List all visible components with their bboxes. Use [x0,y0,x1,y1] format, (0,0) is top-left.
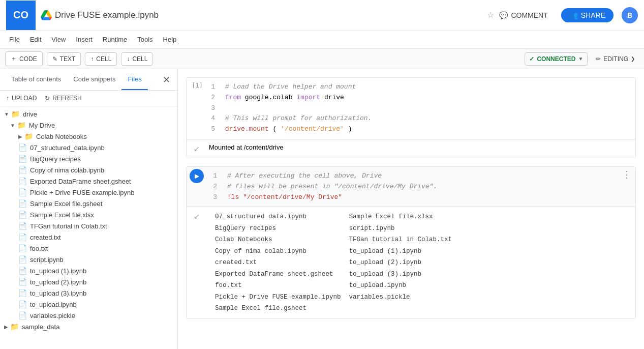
co-logo: CO [6,1,36,30]
file-icon: 📄 [18,166,27,174]
upload-button[interactable]: ↑ UPLOAD [6,95,37,102]
code-line: 3 [207,103,633,114]
code-line: 2 # files will be present in "/content/d… [209,182,616,192]
list-item[interactable]: 📄 Sample Excel file.xlsx [0,209,177,220]
file-icon: 📄 [18,177,27,185]
list-item[interactable]: 📄 to_upload.ipynb [0,299,177,310]
list-item[interactable]: 📄 script.ipynb [0,254,177,265]
cell-output-2: ↙ 07_structured_data.ipynb Sample Excel … [187,207,635,318]
file-tree: ▼ 📁 drive ▼ 📁 My Drive ▶ 📁 Colab Noteboo… [0,106,177,349]
code-block-1: 1 # Load the Drive helper and mount 2 fr… [205,78,635,139]
cell-output-1: ↙ Mounted at /content/drive [187,139,635,158]
cell-down-button[interactable]: ↓ CELL [121,52,153,66]
dropdown-icon: ▼ [578,56,583,62]
star-icon[interactable]: ☆ [487,10,494,20]
output-expand-icon[interactable]: ↙ [190,141,204,156]
connected-button[interactable]: ✓ CONNECTED ▼ [525,52,588,66]
cell-options-menu[interactable]: ⋮ [618,167,635,182]
code-line: 1 # Load the Drive helper and mount [207,82,633,93]
refresh-icon: ↻ [45,95,50,102]
list-item[interactable]: 📄 Pickle + Drive FUSE example.ipynb [0,187,177,198]
list-item[interactable]: 📄 created.txt [0,231,177,243]
add-code-button[interactable]: ＋ CODE [5,51,43,66]
file-icon: 📄 [18,255,27,264]
folder-icon: 📁 [10,323,19,331]
list-item[interactable]: 📄 07_structured_data.ipynb [0,142,177,153]
list-item[interactable]: 📄 Copy of nima colab.ipynb [0,164,177,176]
cell-label-1: [1] [187,78,205,93]
code-cell-2: ▶ 1 # After executing the cell above, Dr… [186,166,636,319]
text-icon: ✎ [52,55,57,63]
output-expand-icon-2[interactable]: ↙ [190,209,204,223]
top-bar: CO Drive FUSE example.ipynb ☆ 💬 COMMENT … [0,0,644,31]
plus-icon: ＋ [11,54,17,63]
file-icon: 📄 [18,211,27,219]
list-item[interactable]: 📄 to_upload (3).ipynb [0,287,177,299]
code-line: 5 drive.mount ( '/content/drive' ) [207,124,633,135]
file-icon: 📄 [18,267,27,275]
code-line: 2 from google.colab import drive [207,93,633,103]
tree-my-drive[interactable]: ▼ 📁 My Drive [0,120,177,131]
code-line: 3 !ls "/content/drive/My Drive" [209,192,616,203]
menu-file[interactable]: File [5,34,24,45]
menu-view[interactable]: View [47,34,70,45]
doc-title: Drive FUSE example.ipynb [55,10,483,20]
file-icon: 📄 [18,155,27,163]
expand-icon: ❯ [631,56,635,62]
menu-edit[interactable]: Edit [26,34,45,45]
menu-insert[interactable]: Insert [72,34,97,45]
tree-colab-notebooks[interactable]: ▶ 📁 Colab Notebooks [0,131,177,142]
file-icon: 📄 [18,143,27,152]
share-button[interactable]: 👥 SHARE [561,8,614,22]
topbar-right: 💬 COMMENT 👥 SHARE B [494,7,638,23]
sidebar: Table of contents Code snippets Files ✕ … [0,69,178,349]
expand-arrow: ▶ [4,324,8,330]
list-item[interactable]: 📄 Sample Excel file.gsheet [0,198,177,209]
list-item[interactable]: 📄 to_upload (2).ipynb [0,276,177,287]
comment-icon: 💬 [499,11,508,19]
menu-help[interactable]: Help [159,34,181,45]
code-line: 4 # This will prompt for authorization. [207,113,633,124]
expand-arrow: ▼ [10,123,15,128]
close-icon[interactable]: ✕ [161,72,172,88]
avatar[interactable]: B [622,7,638,23]
file-icon: 📄 [18,199,27,208]
list-item[interactable]: 📄 Exported DataFrame sheet.gsheet [0,176,177,187]
editing-button[interactable]: ✏ EDITING ❯ [592,53,639,65]
code-line: 1 # After executing the cell above, Driv… [209,171,616,182]
file-icon: 📄 [18,300,27,308]
menu-bar: File Edit View Insert Runtime Tools Help [0,31,644,49]
list-item[interactable]: 📄 variables.pickle [0,310,177,321]
list-item[interactable]: 📄 to_upload (1).ipynb [0,265,177,276]
tree-drive[interactable]: ▼ 📁 drive [0,108,177,120]
file-icon: 📄 [18,188,27,196]
file-listing: 07_structured_data.ipynb Sample Excel fi… [207,207,483,318]
add-text-button[interactable]: ✎ TEXT [47,52,81,66]
cell-header-2: ▶ 1 # After executing the cell above, Dr… [187,167,635,207]
content-area: [1] 1 # Load the Drive helper and mount … [178,69,644,349]
tree-sample-data[interactable]: ▶ 📁 sample_data [0,321,177,332]
tab-toc[interactable]: Table of contents [5,69,67,90]
list-item[interactable]: 📄 TFGan tutorial in Colab.txt [0,220,177,231]
output-text-1: Mounted at /content/drive [207,139,286,155]
refresh-button[interactable]: ↻ REFRESH [45,95,81,102]
share-icon: 👥 [569,11,578,19]
list-item[interactable]: 📄 BigQuery recipes [0,153,177,164]
tab-files[interactable]: Files [121,69,147,90]
list-item[interactable]: 📄 foo.txt [0,243,177,254]
menu-tools[interactable]: Tools [133,34,157,45]
folder-icon: 📁 [24,132,33,140]
folder-icon: 📁 [17,121,26,129]
comment-button[interactable]: 💬 COMMENT [494,8,553,22]
drive-icon [41,10,52,21]
sidebar-actions: ↑ UPLOAD ↻ REFRESH [0,91,177,106]
file-icon: 📄 [18,233,27,241]
folder-icon: 📁 [11,110,20,118]
tab-snippets[interactable]: Code snippets [67,69,121,90]
cell-up-button[interactable]: ↑ CELL [85,52,117,66]
toolbar: ＋ CODE ✎ TEXT ↑ CELL ↓ CELL ✓ CONNECTED … [0,49,644,69]
menu-runtime[interactable]: Runtime [99,34,131,45]
run-button-2[interactable]: ▶ [190,169,204,183]
file-icon: 📄 [18,311,27,319]
expand-arrow: ▶ [18,134,22,139]
